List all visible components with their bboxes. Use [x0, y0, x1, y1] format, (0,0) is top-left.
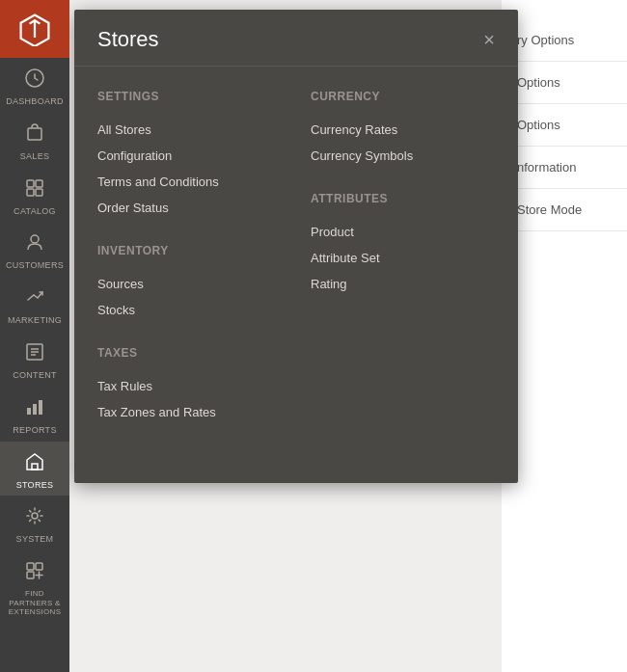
modal-close-button[interactable]: ×	[483, 30, 495, 49]
svg-rect-18	[27, 572, 34, 578]
sales-icon	[24, 122, 45, 148]
order-status-link[interactable]: Order Status	[97, 195, 282, 221]
sidebar: Dashboard Sales Catalog Customers Market…	[0, 0, 69, 672]
right-panel: ry Options Options Options nformation St…	[502, 0, 627, 672]
right-panel-item: Options	[517, 104, 627, 147]
stocks-link[interactable]: Stocks	[97, 297, 282, 323]
reports-icon	[24, 396, 45, 422]
svg-rect-4	[27, 189, 34, 196]
content-icon	[24, 341, 45, 367]
svg-rect-16	[27, 563, 34, 570]
svg-rect-2	[27, 180, 34, 187]
sidebar-item-marketing[interactable]: Marketing	[0, 277, 69, 332]
all-stores-link[interactable]: All Stores	[97, 117, 282, 143]
svg-rect-13	[39, 400, 42, 415]
sidebar-item-customers[interactable]: Customers	[0, 222, 69, 277]
right-panel-item: ry Options	[517, 19, 627, 62]
right-panel-item: Options	[517, 62, 627, 104]
sidebar-item-label: Content	[13, 370, 57, 381]
svg-rect-12	[33, 404, 37, 415]
right-panel-item: Store Mode	[517, 189, 627, 231]
rating-link[interactable]: Rating	[311, 271, 495, 297]
sidebar-item-system[interactable]: System	[0, 496, 69, 551]
sidebar-item-label: Customers	[6, 260, 64, 271]
sources-link[interactable]: Sources	[97, 271, 282, 297]
sidebar-item-content[interactable]: Content	[0, 332, 69, 387]
svg-rect-14	[32, 464, 38, 470]
sidebar-item-label: Reports	[13, 425, 56, 436]
settings-heading: Settings	[97, 90, 282, 103]
sidebar-item-label: Stores	[16, 480, 54, 491]
svg-point-15	[32, 513, 38, 519]
stores-icon	[24, 451, 45, 477]
system-icon	[24, 505, 45, 531]
sidebar-item-catalog[interactable]: Catalog	[0, 168, 69, 223]
stores-modal: Stores × Settings All Stores Configurati…	[74, 10, 518, 483]
terms-conditions-link[interactable]: Terms and Conditions	[97, 169, 282, 195]
svg-rect-11	[27, 408, 31, 415]
tax-zones-rates-link[interactable]: Tax Zones and Rates	[97, 399, 282, 425]
sidebar-item-label: Catalog	[14, 206, 56, 217]
taxes-heading: Taxes	[97, 346, 282, 360]
configuration-link[interactable]: Configuration	[97, 143, 282, 169]
find-partners-icon	[24, 560, 45, 586]
modal-body: Settings All Stores Configuration Terms …	[74, 67, 518, 444]
sidebar-item-find-partners[interactable]: Find Partners & Extensions	[0, 551, 69, 623]
modal-title: Stores	[97, 27, 159, 52]
currency-heading: Currency	[311, 90, 495, 103]
customers-icon	[24, 231, 45, 257]
catalog-icon	[24, 177, 45, 203]
right-panel-item: nformation	[517, 147, 627, 189]
attribute-set-link[interactable]: Attribute Set	[311, 245, 495, 271]
sidebar-logo	[0, 0, 69, 58]
modal-right-column: Currency Currency Rates Currency Symbols…	[311, 86, 495, 425]
main-content: ry Options Options Options nformation St…	[69, 0, 627, 672]
svg-rect-1	[28, 128, 41, 140]
inventory-heading: Inventory	[97, 244, 282, 257]
modal-header: Stores ×	[74, 10, 518, 67]
tax-rules-link[interactable]: Tax Rules	[97, 373, 282, 399]
sidebar-item-label: Sales	[20, 151, 50, 162]
sidebar-item-label: Dashboard	[6, 96, 64, 107]
svg-point-6	[31, 235, 39, 243]
svg-rect-3	[36, 180, 42, 187]
currency-rates-link[interactable]: Currency Rates	[311, 117, 495, 143]
product-link[interactable]: Product	[311, 219, 495, 245]
sidebar-item-label: System	[16, 534, 54, 545]
sidebar-item-reports[interactable]: Reports	[0, 387, 69, 442]
svg-rect-17	[36, 563, 42, 570]
sidebar-item-stores[interactable]: Stores	[0, 442, 69, 497]
sidebar-item-label: Find Partners & Extensions	[4, 589, 66, 617]
dashboard-icon	[24, 67, 45, 94]
marketing-icon	[24, 286, 45, 312]
sidebar-item-sales[interactable]: Sales	[0, 113, 69, 168]
svg-rect-5	[36, 189, 42, 196]
sidebar-item-label: Marketing	[8, 315, 62, 326]
attributes-heading: Attributes	[311, 192, 495, 205]
sidebar-item-dashboard[interactable]: Dashboard	[0, 58, 69, 113]
modal-left-column: Settings All Stores Configuration Terms …	[97, 86, 282, 425]
currency-symbols-link[interactable]: Currency Symbols	[311, 143, 495, 169]
